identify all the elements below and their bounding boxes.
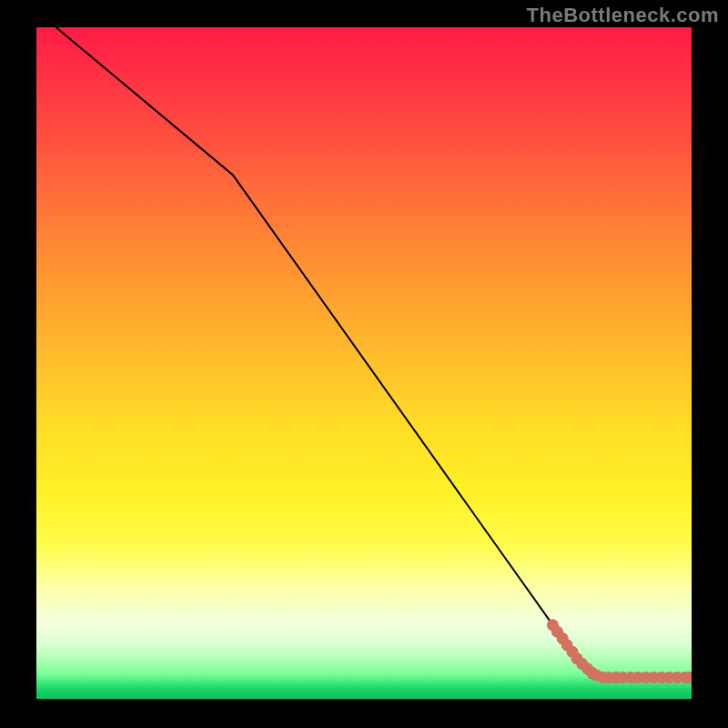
watermark-text: TheBottleneck.com bbox=[527, 4, 719, 27]
plot-background bbox=[36, 27, 692, 699]
chart-frame: TheBottleneck.com bbox=[0, 0, 728, 728]
